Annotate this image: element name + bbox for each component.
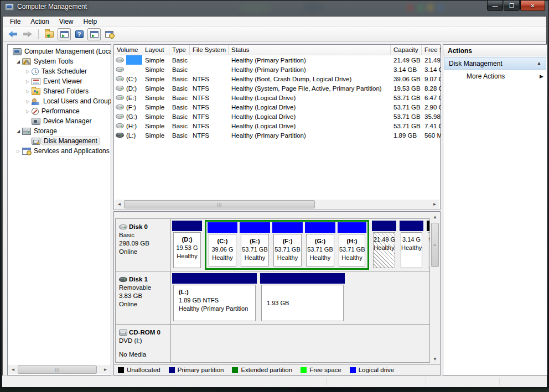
partition-g[interactable]: (G:)53.71 GBHealthy — [304, 222, 336, 268]
table-row[interactable]: SimpleBasicHealthy (Primary Partition)3.… — [114, 65, 440, 74]
show-action-pane-button[interactable] — [87, 28, 101, 40]
table-row[interactable]: (G:)SimpleBasicNTFSHealthy (Logical Driv… — [114, 112, 440, 121]
partition-color-bar — [400, 221, 423, 231]
sidebar-item-disk-management[interactable]: Disk Management — [8, 136, 111, 146]
forward-button[interactable] — [21, 28, 34, 40]
partition-unnamed[interactable]: 3.14 GHealthy — [399, 220, 424, 270]
sidebar-item-shared-folders[interactable]: ▷Shared Folders — [8, 86, 111, 96]
cell-fs: NTFS — [190, 83, 229, 93]
column-header-status[interactable]: Status — [229, 45, 391, 55]
partition-h[interactable]: (H:)53.71 GBHealthy — [337, 222, 367, 268]
system-tools-icon — [22, 58, 31, 65]
column-header-type[interactable]: Type — [169, 45, 190, 55]
disk-name: CD-ROM 0 — [129, 328, 160, 337]
sidebar-item-storage[interactable]: ◢Storage — [8, 126, 111, 136]
volume-list-horizontal-scrollbar[interactable]: ◄ ► — [115, 200, 439, 209]
partition-color-bar — [372, 221, 396, 231]
partition-c[interactable]: (C:)39.06 GHealthy — [207, 222, 238, 268]
partition-e[interactable]: (E:)53.71 GBHealthy — [239, 222, 271, 268]
minimize-button[interactable]: — — [487, 1, 503, 11]
maximize-button[interactable]: ❐ — [504, 1, 520, 11]
sidebar-item-system-tools[interactable]: ◢System Tools — [8, 56, 111, 66]
cell-type: Basic — [169, 83, 190, 93]
menu-view[interactable]: View — [54, 17, 79, 27]
partition-body: 21.49 GHealthy — [373, 232, 395, 268]
volume-cell: (E:) — [114, 93, 142, 102]
collapse-icon[interactable]: ▲ — [537, 61, 541, 66]
menu-action[interactable]: Action — [25, 17, 54, 27]
cell-fs — [190, 55, 229, 65]
table-row[interactable]: (F:)SimpleBasicNTFSHealthy (Logical Driv… — [114, 102, 440, 112]
partition-body: (D:)19.53 GHealthy — [173, 232, 201, 268]
title-bar[interactable]: Computer Management — ❐ ✕ — [1, 1, 548, 16]
column-header-volume[interactable]: Volume — [114, 45, 142, 55]
back-button[interactable] — [6, 28, 19, 40]
collapsed-arrow-icon[interactable]: ▷ — [14, 149, 22, 154]
cell-fs: NTFS — [190, 130, 229, 140]
table-row[interactable]: SimpleBasicHealthy (Primary Partition)21… — [114, 55, 440, 65]
export-list-button[interactable] — [102, 28, 116, 40]
partition-unnamed[interactable]: 21.49 GHealthy — [371, 220, 397, 270]
column-header-layout[interactable]: Layout — [142, 45, 169, 55]
up-one-level-button[interactable] — [43, 28, 56, 40]
partition-color-bar — [272, 222, 303, 233]
scrollbar-thumb[interactable] — [431, 223, 439, 267]
disk-header-disk-0[interactable]: Disk 0Basic298.09 GBOnline — [116, 219, 171, 271]
sidebar-item-computer-management-local[interactable]: Computer Management (Local — [8, 46, 111, 56]
cell-free: 3.14 G — [422, 65, 441, 74]
partition-unnamed[interactable]: 9 — [426, 220, 429, 270]
scroll-up-icon[interactable]: ▲ — [431, 212, 440, 222]
sidebar-item-performance[interactable]: ▷Performance — [8, 106, 111, 116]
collapsed-arrow-icon[interactable]: ▷ — [24, 109, 32, 114]
table-row[interactable]: (H:)SimpleBasicNTFSHealthy (Logical Driv… — [114, 121, 440, 130]
help-button[interactable]: ? — [72, 28, 86, 40]
menu-help[interactable]: Help — [79, 17, 102, 27]
sidebar-item-device-manager[interactable]: Device Manager — [8, 116, 111, 126]
scroll-left-icon[interactable]: ◄ — [115, 200, 124, 209]
collapsed-arrow-icon[interactable]: ▷ — [24, 99, 32, 104]
partition-l[interactable]: (L:)1.89 GB NTFSHealthy (Primary Partiti… — [172, 273, 257, 323]
scroll-right-icon[interactable]: ► — [430, 200, 439, 209]
collapsed-arrow-icon[interactable]: ▷ — [24, 79, 32, 84]
scrollbar-thumb[interactable] — [124, 200, 315, 208]
partition-f[interactable]: (F:)53.71 GBHealthy — [272, 222, 303, 268]
scroll-down-icon[interactable]: ▼ — [431, 354, 440, 364]
table-row[interactable]: (D:)SimpleBasicNTFSHealthy (System, Page… — [114, 83, 440, 93]
cell-status: Healthy (Logical Drive) — [229, 112, 391, 121]
cell-free: 9.07 G — [422, 74, 441, 83]
sidebar-item-task-scheduler[interactable]: ▷Task Scheduler — [8, 66, 111, 76]
collapsed-arrow-icon[interactable]: ▷ — [24, 69, 32, 74]
scrollbar-thumb[interactable] — [18, 365, 97, 374]
disk-header-disk-1[interactable]: Disk 1Removable3.83 GBOnline — [116, 271, 171, 324]
sidebar-item-event-viewer[interactable]: ▷Event Viewer — [8, 76, 111, 86]
help-button-icon: ? — [75, 30, 84, 38]
table-row[interactable]: (L:)SimpleBasicNTFSHealthy (Primary Part… — [114, 130, 440, 140]
partition-size: 53.71 GB — [339, 245, 365, 254]
tree-horizontal-scrollbar[interactable]: ◄ ► — [8, 365, 110, 374]
close-button[interactable]: ✕ — [520, 1, 545, 11]
menu-file[interactable]: File — [5, 17, 25, 27]
table-row[interactable]: (E:)SimpleBasicNTFSHealthy (Logical Driv… — [114, 93, 440, 102]
partition-d[interactable]: (D:)19.53 GHealthy — [172, 220, 203, 270]
more-actions-item[interactable]: More Actions ▶ — [443, 70, 547, 82]
column-header-capacity[interactable]: Capacity — [391, 45, 422, 55]
scroll-left-icon[interactable]: ◄ — [8, 365, 18, 374]
actions-group-disk-management[interactable]: Disk Management ▲ — [444, 57, 546, 70]
expanded-arrow-icon[interactable]: ◢ — [14, 59, 22, 64]
expanded-arrow-icon[interactable]: ◢ — [14, 129, 22, 134]
column-header-free-space[interactable]: Free Space — [422, 45, 441, 55]
cell-type: Basic — [169, 121, 190, 130]
scroll-right-icon[interactable]: ► — [101, 365, 110, 374]
table-row[interactable]: (C:)SimpleBasicNTFSHealthy (Boot, Crash … — [114, 74, 440, 83]
tree-item-label: Services and Applications — [32, 147, 111, 155]
partition-unnamed[interactable]: 1.93 GB — [260, 273, 345, 323]
column-header-file-system[interactable]: File System — [190, 45, 229, 55]
sidebar-item-local-users-and-groups[interactable]: ▷Local Users and Groups — [8, 96, 111, 106]
sidebar-item-services-and-applications[interactable]: ▷Services and Applications — [8, 146, 111, 156]
disk-vertical-scrollbar[interactable]: ▲ ▼ — [431, 212, 439, 364]
storage-icon — [22, 128, 31, 135]
disk-header-cd-rom-0[interactable]: CD-ROM 0DVD (I:)No Media — [116, 325, 171, 362]
partition-color-bar — [208, 222, 237, 233]
show-console-tree-button[interactable] — [58, 28, 71, 40]
collapsed-arrow-icon[interactable]: ▷ — [24, 89, 32, 94]
